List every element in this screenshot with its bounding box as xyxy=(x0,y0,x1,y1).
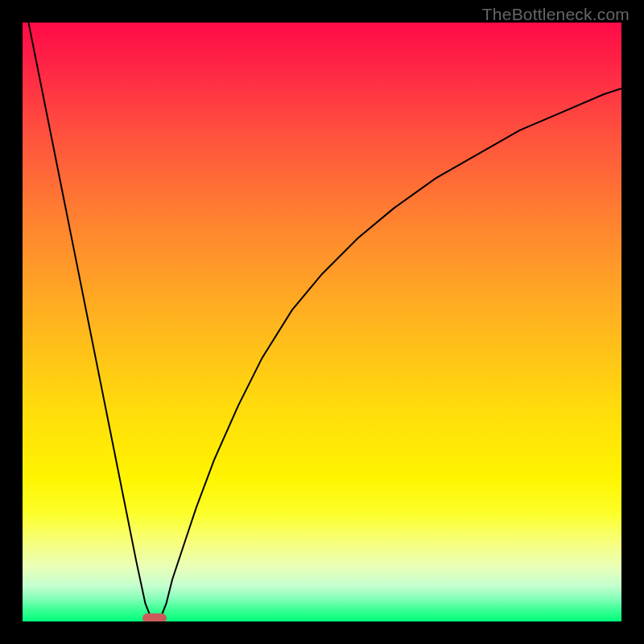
watermark-text: TheBottleneck.com xyxy=(482,5,630,24)
plot-area xyxy=(23,23,621,621)
curve-left xyxy=(28,23,151,618)
chart-frame: TheBottleneck.com xyxy=(0,0,644,644)
curve-layer xyxy=(23,23,621,621)
optimal-marker xyxy=(142,613,167,621)
curve-right xyxy=(160,89,621,618)
